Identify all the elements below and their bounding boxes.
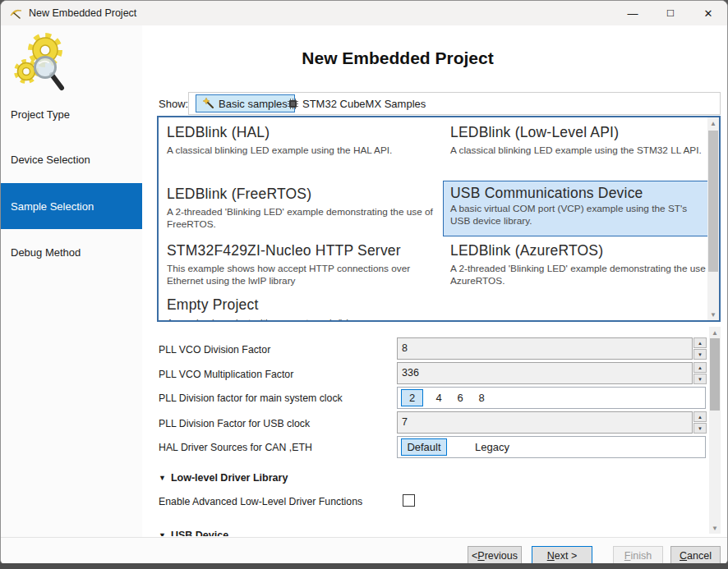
tab-label: Basic samples xyxy=(219,98,288,110)
section-usb-device-clipped[interactable]: ▼USB Device xyxy=(159,530,228,536)
sample-desc: A classical blinking LED example using t… xyxy=(450,145,721,157)
sidebar-item-project-type[interactable]: Project Type xyxy=(1,105,142,123)
visualgdb-gears-logo xyxy=(14,32,70,93)
spinner: ▲ ▼ xyxy=(693,362,707,384)
sidebar-item-sample-selection[interactable]: Sample Selection xyxy=(1,183,142,229)
option-label: 2 xyxy=(409,392,415,404)
button-label: ext > xyxy=(555,550,577,562)
close-icon: ✕ xyxy=(704,7,713,20)
spin-up-icon[interactable]: ▲ xyxy=(693,362,707,373)
form-label: PLL Division factor for main system cloc… xyxy=(159,392,343,404)
maximize-icon: ☐ xyxy=(666,8,675,19)
button-accel: F xyxy=(624,550,631,562)
button-label: inish xyxy=(630,550,652,562)
scrollbar-thumb[interactable] xyxy=(710,338,720,411)
list-item-ledblink-azurertos[interactable]: LEDBlink (AzureRTOS) A 2-threaded 'Blink… xyxy=(450,242,721,287)
form-scrollbar[interactable]: ▲ ▼ xyxy=(709,327,721,534)
pll-vco-multiplication-input[interactable]: 336 xyxy=(397,362,693,384)
option-8[interactable]: 8 xyxy=(473,389,490,406)
button-label: < xyxy=(472,550,477,562)
tab-stm32-cubemx-samples[interactable]: STM32 CubeMX Samples xyxy=(281,94,432,112)
option-4[interactable]: 4 xyxy=(431,389,447,406)
pll-usb-clock-divider-input[interactable]: 7 xyxy=(397,411,693,434)
sample-title: LEDBlink (AzureRTOS) xyxy=(450,242,721,259)
option-label: 4 xyxy=(435,392,441,404)
sample-desc: A 2-threaded 'Blinking LED' example demo… xyxy=(167,206,438,231)
page-title: New Embedded Project xyxy=(142,48,653,68)
chevron-down-icon: ▼ xyxy=(159,531,166,536)
sidebar-item-label: Debug Method xyxy=(11,246,81,259)
close-button[interactable]: ✕ xyxy=(689,1,727,25)
field-value: 7 xyxy=(402,416,408,428)
sample-list-scrollbar[interactable]: ▲ ▼ xyxy=(707,117,719,320)
sample-desc: A basic virtual COM port (VCP) example u… xyxy=(450,203,702,227)
sample-title: LEDBlink (Low-Level API) xyxy=(450,124,721,141)
section-low-level-driver-library[interactable]: ▼Low-level Driver Library xyxy=(159,472,288,484)
show-label: Show: xyxy=(159,98,188,110)
list-item-ledblink-hal[interactable]: LEDBlink (HAL) A classical blinking LED … xyxy=(167,124,438,157)
sidebar-item-debug-method[interactable]: Debug Method xyxy=(1,243,142,261)
chevron-down-icon: ▼ xyxy=(159,474,166,482)
list-item-http-server[interactable]: STM32F429ZI-Nucleo HTTP Server This exam… xyxy=(167,242,438,287)
magic-wand-icon xyxy=(203,98,214,109)
button-label: revious xyxy=(485,550,518,562)
chip-icon xyxy=(288,99,298,109)
spin-up-icon[interactable]: ▲ xyxy=(693,411,707,422)
sample-desc: This example shows how accept HTTP conne… xyxy=(167,263,438,287)
sidebar-item-device-selection[interactable]: Device Selection xyxy=(1,150,142,168)
list-item-usb-communications-device[interactable]: USB Communications Device A basic virtua… xyxy=(443,181,709,236)
button-accel: C xyxy=(680,550,687,562)
option-default[interactable]: Default xyxy=(401,438,447,456)
form-label: PLL VCO Division Factor xyxy=(159,344,270,356)
scroll-up-icon[interactable]: ▲ xyxy=(709,327,721,338)
next-button[interactable]: Next > xyxy=(532,546,592,565)
sample-title: STM32F429ZI-Nucleo HTTP Server xyxy=(167,242,438,259)
list-item-empty-project[interactable]: Empty Project A very basic project with … xyxy=(167,296,438,322)
option-label: Default xyxy=(407,441,440,453)
list-item-ledblink-lowlevel[interactable]: LEDBlink (Low-Level API) A classical bli… xyxy=(450,124,721,157)
minimize-button[interactable]: — xyxy=(614,1,652,25)
window-title: New Embedded Project xyxy=(29,7,136,19)
form-label: PLL Division Factor for USB clock xyxy=(159,418,310,429)
option-legacy[interactable]: Legacy xyxy=(472,438,513,456)
spin-down-icon[interactable]: ▼ xyxy=(693,423,707,434)
list-item-ledblink-freertos[interactable]: LEDBlink (FreeRTOS) A 2-threaded 'Blinki… xyxy=(167,186,438,231)
sample-desc-clipped: A very basic project with an empty main(… xyxy=(167,317,438,322)
form-label: HAL Driver Sources for CAN ,ETH xyxy=(159,442,312,453)
new-embedded-project-dialog: New Embedded Project — ☐ ✕ Project Type … xyxy=(0,0,728,566)
spin-down-icon[interactable]: ▼ xyxy=(693,349,707,360)
sample-title: USB Communications Device xyxy=(450,185,702,202)
footer-bar: < Previous Next > Finish Cancel xyxy=(1,537,728,566)
window-shadow xyxy=(0,563,728,569)
form-label: Enable Advanced Low-Level Driver Functio… xyxy=(159,496,362,507)
option-label: 6 xyxy=(457,392,463,404)
option-2[interactable]: 2 xyxy=(401,389,423,406)
previous-button[interactable]: < Previous xyxy=(468,546,522,565)
scroll-up-icon[interactable]: ▲ xyxy=(707,117,719,129)
section-label: Low-level Driver Library xyxy=(171,472,288,484)
spin-up-icon[interactable]: ▲ xyxy=(693,337,707,348)
scrollbar-thumb[interactable] xyxy=(708,131,718,272)
scroll-down-icon[interactable]: ▼ xyxy=(707,309,719,320)
spin-down-icon[interactable]: ▼ xyxy=(693,374,707,384)
option-label: 8 xyxy=(478,392,484,404)
advanced-lowlevel-checkbox[interactable] xyxy=(403,494,415,507)
tab-label: STM32 CubeMX Samples xyxy=(302,98,426,110)
field-value: 336 xyxy=(402,367,419,379)
spinner: ▲ ▼ xyxy=(693,411,707,434)
sidebar-item-label: Device Selection xyxy=(11,154,90,166)
finish-button[interactable]: Finish xyxy=(613,546,663,565)
tab-basic-samples[interactable]: Basic samples xyxy=(196,94,295,112)
sample-source-tabstrip: Basic samples STM32 CubeMX Samples xyxy=(188,92,721,115)
sidebar-item-label: Sample Selection xyxy=(11,200,94,213)
pll-vco-division-input[interactable]: 8 xyxy=(397,337,693,360)
scroll-down-icon[interactable]: ▼ xyxy=(709,522,721,534)
maximize-button[interactable]: ☐ xyxy=(652,1,689,25)
titlebar[interactable]: New Embedded Project — ☐ ✕ xyxy=(1,1,727,25)
wizard-sidebar: Project Type Device Selection Sample Sel… xyxy=(1,25,142,537)
spinner: ▲ ▼ xyxy=(693,337,707,360)
option-6[interactable]: 6 xyxy=(452,389,468,406)
cancel-button[interactable]: Cancel xyxy=(670,546,721,565)
sample-title: LEDBlink (FreeRTOS) xyxy=(167,186,438,203)
sample-list[interactable]: LEDBlink (HAL) A classical blinking LED … xyxy=(157,116,721,322)
